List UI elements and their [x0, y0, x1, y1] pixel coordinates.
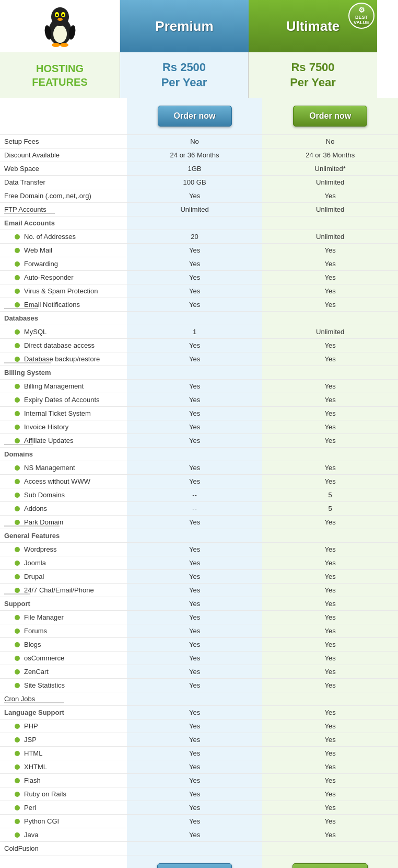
ultimate-value-cell: Unlimited	[262, 230, 398, 244]
hosting-features-title: HOSTINGFEATURES	[32, 62, 87, 89]
green-dot-icon	[15, 289, 20, 294]
sub-feature-label: PHP	[4, 722, 123, 730]
premium-value-cell: Yes	[127, 380, 263, 393]
ultimate-value-cell: Yes	[262, 679, 398, 692]
feature-cell: Billing System	[0, 366, 127, 380]
feature-cell: Direct database access	[0, 339, 127, 352]
premium-value-cell: Yes	[127, 556, 263, 570]
green-dot-icon	[15, 261, 20, 267]
logo-cell	[0, 0, 120, 52]
sub-feature-label: File Manager	[4, 613, 123, 621]
ultimate-value-cell: Unlimited	[262, 203, 398, 216]
premium-value-cell: Yes	[127, 815, 263, 828]
green-dot-icon	[15, 547, 20, 552]
table-row: Wordpress Yes Yes	[0, 543, 398, 556]
sub-feature-label: Wordpress	[4, 545, 123, 553]
ultimate-value-cell: Yes	[262, 747, 398, 760]
feature-label: Discount Available	[4, 151, 60, 159]
feature-cell: PHP	[0, 719, 127, 733]
section-header: Databases	[4, 308, 38, 324]
feature-cell: Wordpress	[0, 543, 127, 556]
order-now-ultimate-top[interactable]: Order now	[293, 106, 367, 127]
feature-cell: Blogs	[0, 638, 127, 652]
order-now-ultimate-bottom[interactable]: Order Now	[292, 863, 368, 868]
premium-value-cell: Yes	[127, 352, 263, 366]
ultimate-value-cell: Yes	[262, 624, 398, 638]
order-now-premium-top[interactable]: Order now	[158, 106, 232, 127]
ultimate-value-cell: Yes	[262, 298, 398, 312]
green-dot-icon	[15, 384, 20, 389]
feature-cell: Invoice History	[0, 420, 127, 434]
premium-value-cell: --	[127, 488, 263, 502]
ultimate-value-cell: Yes	[262, 284, 398, 298]
order-now-premium-bottom[interactable]: Order Now	[157, 863, 232, 868]
table-row: Direct database access Yes Yes	[0, 339, 398, 352]
table-row: Invoice History Yes Yes	[0, 420, 398, 434]
table-row: File Manager Yes Yes	[0, 611, 398, 624]
order-ultimate-cell-bottom: Order Now	[262, 855, 398, 868]
green-dot-icon	[15, 425, 20, 430]
table-row: Access without WWW Yes Yes	[0, 475, 398, 488]
green-dot-icon	[15, 656, 20, 661]
order-premium-cell-bottom: Order Now	[127, 855, 263, 868]
feature-label: Data Transfer	[4, 178, 45, 186]
table-row: Drupal Yes Yes	[0, 570, 398, 584]
premium-value-cell: Yes	[127, 339, 263, 352]
svg-point-6	[62, 14, 64, 16]
svg-point-1	[53, 25, 67, 43]
ultimate-value-cell: Yes	[262, 611, 398, 624]
premium-value-cell: Yes	[127, 570, 263, 584]
premium-value-cell	[127, 216, 263, 230]
section-header: Billing System	[4, 362, 51, 378]
green-dot-icon	[15, 343, 20, 348]
sub-feature-label: osCommerce	[4, 654, 123, 662]
sub-feature-label: Direct database access	[4, 341, 123, 349]
sub-feature-label: Access without WWW	[4, 477, 123, 485]
feature-cell: Access without WWW	[0, 475, 127, 488]
table-row: Park Domain Yes Yes	[0, 516, 398, 529]
ultimate-value-cell: Yes	[262, 706, 398, 719]
table-row: Joomla Yes Yes	[0, 556, 398, 570]
ultimate-value-cell: Yes	[262, 652, 398, 665]
green-dot-icon	[15, 724, 20, 729]
green-dot-icon	[15, 805, 20, 810]
premium-header: Premium	[120, 0, 249, 52]
table-row: Addons -- 5	[0, 502, 398, 516]
premium-value-cell: --	[127, 502, 263, 516]
feature-cell: Support	[0, 597, 127, 611]
green-dot-icon	[15, 329, 20, 335]
features-table: Order now Order now Setup Fees No No Dis…	[0, 98, 398, 868]
ultimate-value-cell: Yes	[262, 434, 398, 448]
section-header: General Features	[4, 526, 60, 541]
ultimate-value-cell: Yes	[262, 257, 398, 271]
ultimate-price: Rs 7500 Per Year	[290, 60, 336, 90]
feature-cell: Site Statistics	[0, 679, 127, 692]
premium-value-cell: Yes	[127, 516, 263, 529]
ultimate-value-cell: Yes	[262, 733, 398, 747]
ultimate-value-cell: Yes	[262, 801, 398, 815]
feature-cell: Data Transfer	[0, 176, 127, 189]
table-row: Virus & Spam Protection Yes Yes	[0, 284, 398, 298]
ultimate-value-cell: Yes	[262, 774, 398, 787]
order-row-top: Order now Order now	[0, 98, 398, 135]
green-dot-icon	[15, 357, 20, 362]
ultimate-value-cell: Yes	[262, 475, 398, 488]
sub-feature-label: Invoice History	[4, 423, 123, 431]
table-row: Blogs Yes Yes	[0, 638, 398, 652]
sub-feature-label: Web Mail	[4, 246, 123, 254]
premium-value-cell: Yes	[127, 801, 263, 815]
premium-value-cell	[127, 448, 263, 461]
section-header: Domains	[4, 444, 33, 460]
table-row: Email Notifications Yes Yes	[0, 298, 398, 312]
table-row: Setup Fees No No	[0, 135, 398, 149]
svg-point-5	[56, 14, 58, 16]
premium-value-cell: Yes	[127, 747, 263, 760]
ultimate-value-cell: Yes	[262, 828, 398, 842]
ultimate-value-cell: Unlimited	[262, 176, 398, 189]
feature-label: Web Space	[4, 165, 39, 173]
green-dot-icon	[15, 506, 20, 511]
table-row: No. of Addresses 20 Unlimited	[0, 230, 398, 244]
sub-feature-label: Ruby on Rails	[4, 790, 123, 798]
premium-value-cell: Yes	[127, 189, 263, 203]
ultimate-value-cell: Yes	[262, 407, 398, 420]
